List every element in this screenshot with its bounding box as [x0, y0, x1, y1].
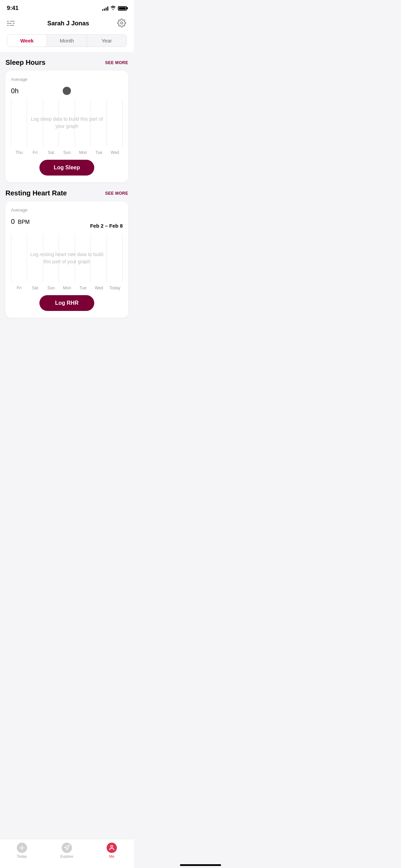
rhr-card: Average 0 BPM Feb 2 – Feb 8 — [5, 201, 128, 318]
sleep-chart-labels: Thu Fri Sat Sun Mon Tue Wed — [11, 150, 123, 155]
rhr-section-header: Resting Heart Rate SEE MORE — [5, 189, 128, 197]
label-sat: Sat — [43, 150, 59, 155]
sleep-chart: Log sleep data to build this part of you… — [11, 99, 123, 147]
status-time: 9:41 — [7, 5, 19, 12]
rhr-label-sun: Sun — [43, 286, 59, 290]
rhr-section: Resting Heart Rate SEE MORE Average 0 BP… — [5, 189, 128, 318]
rhr-date-range: Feb 2 – Feb 8 — [90, 223, 123, 229]
sleep-dot-indicator — [63, 87, 71, 95]
sleep-section: Sleep Hours SEE MORE Average 0h — [5, 59, 128, 182]
chart-col-mon — [75, 99, 90, 147]
chart-col-sun — [59, 99, 74, 147]
status-bar: 9:41 — [0, 0, 134, 14]
rhr-col-tue — [75, 234, 90, 282]
rhr-label-fri: Fri — [11, 286, 27, 290]
label-thu: Thu — [11, 150, 27, 155]
page-title: Sarah J Jonas — [47, 20, 89, 27]
label-mon: Mon — [75, 150, 91, 155]
tab-month[interactable]: Month — [47, 35, 87, 47]
tab-selector: Week Month Year — [7, 34, 127, 47]
sleep-chart-columns — [11, 99, 123, 147]
rhr-col-sat — [27, 234, 42, 282]
label-fri: Fri — [27, 150, 43, 155]
label-tue: Tue — [91, 150, 107, 155]
chart-col-tue — [90, 99, 106, 147]
rhr-col-fri — [11, 234, 27, 282]
rhr-label-today: Today — [107, 286, 123, 290]
log-rhr-button[interactable]: Log RHR — [39, 295, 94, 311]
sleep-title: Sleep Hours — [5, 59, 46, 67]
rhr-col-today — [107, 234, 123, 282]
filter-button[interactable] — [7, 17, 19, 29]
label-sun: Sun — [59, 150, 75, 155]
rhr-label-tue: Tue — [75, 286, 91, 290]
rhr-col-sun — [43, 234, 59, 282]
sleep-avg-label: Average — [11, 77, 123, 82]
wifi-icon — [110, 5, 116, 11]
chart-col-thu — [11, 99, 27, 147]
tab-bar: Week Month Year — [0, 34, 134, 52]
rhr-title: Resting Heart Rate — [5, 189, 67, 197]
rhr-label-wed: Wed — [91, 286, 107, 290]
tab-week[interactable]: Week — [7, 35, 47, 47]
main-content: Sleep Hours SEE MORE Average 0h — [0, 52, 134, 362]
rhr-col-mon — [59, 234, 74, 282]
settings-button[interactable] — [117, 19, 127, 28]
sleep-section-header: Sleep Hours SEE MORE — [5, 59, 128, 67]
signal-icon — [102, 6, 108, 11]
battery-icon — [118, 6, 127, 11]
header: Sarah J Jonas — [0, 14, 134, 34]
rhr-avg-value: 0 BPM — [11, 214, 30, 227]
rhr-chart-columns — [11, 234, 123, 282]
rhr-chart-labels: Fri Sat Sun Mon Tue Wed Today — [11, 286, 123, 290]
sleep-see-more[interactable]: SEE MORE — [105, 60, 128, 65]
sleep-card: Average 0h Log sleep data to build this — [5, 71, 128, 182]
tab-year[interactable]: Year — [87, 35, 126, 47]
rhr-avg-label: Average — [11, 207, 123, 213]
chart-col-fri — [27, 99, 42, 147]
rhr-see-more[interactable]: SEE MORE — [105, 191, 128, 196]
chart-col-sat — [43, 99, 59, 147]
status-icons — [102, 5, 127, 11]
rhr-avg-row: 0 BPM Feb 2 – Feb 8 — [11, 214, 123, 229]
rhr-left: 0 BPM — [11, 214, 30, 229]
chart-col-wed — [107, 99, 123, 147]
log-sleep-button[interactable]: Log Sleep — [39, 160, 94, 176]
rhr-label-mon: Mon — [59, 286, 75, 290]
rhr-col-wed — [90, 234, 106, 282]
svg-point-0 — [121, 22, 123, 24]
rhr-label-sat: Sat — [27, 286, 43, 290]
label-wed: Wed — [107, 150, 123, 155]
rhr-chart: Log resting heart rate data to build thi… — [11, 234, 123, 282]
